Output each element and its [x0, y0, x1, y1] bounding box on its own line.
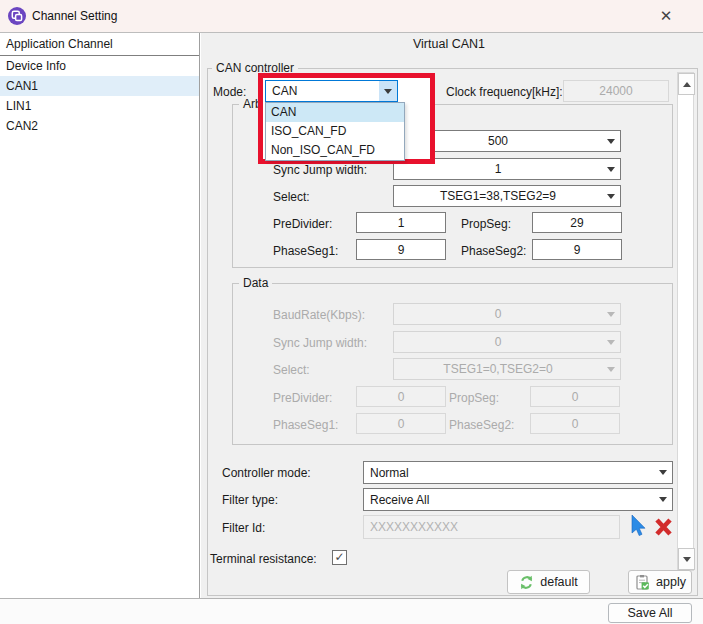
close-icon[interactable]: ✕ — [641, 0, 691, 31]
arb-tseg-select[interactable]: TSEG1=38,TSEG2=9 — [393, 185, 621, 207]
bottom-bar — [0, 598, 703, 624]
data-predivider-input — [356, 386, 446, 407]
check-icon: ✓ — [334, 551, 344, 564]
chevron-down-icon — [654, 462, 672, 483]
arb-sync-jump-label: Sync Jump width: — [273, 163, 367, 177]
window-title: Channel Setting — [32, 0, 117, 32]
arb-phaseseg1-input[interactable] — [356, 239, 446, 260]
pick-cursor-icon[interactable] — [626, 513, 650, 540]
app-icon — [8, 7, 26, 25]
data-group-label: Data — [239, 276, 272, 290]
arb-predivider-input[interactable] — [356, 212, 446, 233]
channel-setting-window: Channel Setting ✕ Application Channel De… — [0, 0, 703, 624]
data-phaseseg2-label: PhaseSeg2: — [449, 418, 514, 432]
sidebar-header: Application Channel — [0, 33, 199, 56]
apply-check-icon — [634, 574, 650, 590]
chevron-down-icon — [602, 186, 620, 206]
arb-phaseseg1-label: PhaseSeg1: — [273, 244, 338, 258]
chevron-down-icon — [379, 81, 397, 101]
arb-phaseseg2-label: PhaseSeg2: — [461, 244, 526, 258]
clock-frequency-input — [563, 80, 669, 102]
default-button[interactable]: default — [507, 570, 590, 594]
filter-id-input — [363, 515, 620, 539]
apply-button[interactable]: apply — [628, 570, 692, 594]
data-baudrate-select: 0 — [393, 303, 621, 325]
clear-filter-icon[interactable] — [651, 513, 676, 540]
channel-sidebar: Application Channel Device Info CAN1 LIN… — [0, 33, 200, 598]
arb-predivider-label: PreDivider: — [273, 217, 332, 231]
title-bar: Channel Setting ✕ — [0, 0, 703, 33]
scrollbar-down-icon[interactable] — [678, 548, 695, 570]
data-propseg-input — [530, 386, 620, 407]
scrollbar[interactable] — [677, 72, 694, 571]
sidebar-item-lin1[interactable]: LIN1 — [0, 96, 199, 116]
mode-dropdown-list: CAN ISO_CAN_FD Non_ISO_CAN_FD — [265, 102, 405, 161]
scrollbar-up-icon[interactable] — [678, 73, 695, 95]
terminal-resistance-checkbox[interactable]: ✓ — [332, 550, 347, 565]
chevron-down-icon — [602, 332, 620, 352]
filter-type-label: Filter type: — [222, 493, 278, 507]
mode-select[interactable]: CAN — [265, 80, 398, 102]
data-select-label: Select: — [273, 363, 310, 377]
refresh-icon — [519, 575, 534, 590]
chevron-down-icon — [602, 159, 620, 179]
data-sync-jump-label: Sync Jump width: — [273, 336, 367, 350]
data-phaseseg1-input — [356, 413, 446, 434]
controller-mode-label: Controller mode: — [222, 466, 311, 480]
mode-option-iso-can-fd[interactable]: ISO_CAN_FD — [266, 122, 404, 141]
chevron-down-icon — [654, 489, 672, 510]
data-baudrate-label: BaudRate(Kbps): — [273, 308, 365, 322]
data-propseg-label: PropSeg: — [449, 391, 499, 405]
sidebar-item-can1[interactable]: CAN1 — [0, 76, 199, 96]
data-sync-jump-select: 0 — [393, 331, 621, 353]
mode-option-can[interactable]: CAN — [266, 103, 404, 122]
terminal-resistance-label: Terminal resistance: — [210, 552, 317, 566]
arb-select-label: Select: — [273, 190, 310, 204]
save-all-button[interactable]: Save All — [608, 603, 692, 623]
sidebar-item-device-info[interactable]: Device Info — [0, 56, 199, 76]
chevron-down-icon — [602, 359, 620, 379]
data-phaseseg2-input — [530, 413, 620, 434]
arb-phaseseg2-input[interactable] — [532, 239, 622, 260]
chevron-down-icon — [602, 304, 620, 324]
clock-frequency-label: Clock frequency[kHz]: — [446, 85, 563, 99]
data-phaseseg1-label: PhaseSeg1: — [273, 418, 338, 432]
mode-option-non-iso-can-fd[interactable]: Non_ISO_CAN_FD — [266, 141, 404, 160]
filter-id-label: Filter Id: — [222, 521, 265, 535]
controller-mode-select[interactable]: Normal — [363, 461, 673, 484]
data-tseg-select: TSEG1=0,TSEG2=0 — [393, 358, 621, 380]
data-predivider-label: PreDivider: — [273, 391, 332, 405]
sidebar-item-can2[interactable]: CAN2 — [0, 116, 199, 136]
page-title: Virtual CAN1 — [207, 37, 691, 51]
filter-type-select[interactable]: Receive All — [363, 488, 673, 511]
arb-propseg-input[interactable] — [532, 212, 622, 233]
arb-propseg-label: PropSeg: — [461, 217, 511, 231]
chevron-down-icon — [602, 131, 620, 151]
